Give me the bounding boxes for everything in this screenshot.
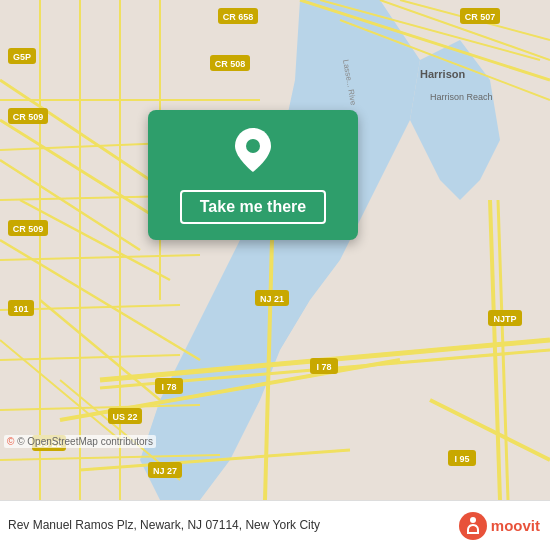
map-container: CR 658 CR 507 CR 509 CR 509 CR 508 CR 6 … [0, 0, 550, 500]
svg-text:I 78: I 78 [161, 382, 176, 392]
osm-attribution: © © OpenStreetMap contributors [4, 435, 156, 448]
moovit-brand-icon [459, 512, 487, 540]
svg-point-71 [246, 139, 260, 153]
osm-attribution-text: © OpenStreetMap contributors [17, 436, 153, 447]
svg-text:US 22: US 22 [112, 412, 137, 422]
svg-text:NJ 21: NJ 21 [260, 294, 284, 304]
svg-text:CR 508: CR 508 [215, 59, 246, 69]
svg-text:CR 658: CR 658 [223, 12, 254, 22]
svg-text:NJTP: NJTP [493, 314, 516, 324]
svg-text:I 95: I 95 [454, 454, 469, 464]
location-card: Take me there [148, 110, 358, 240]
svg-text:CR 507: CR 507 [465, 12, 496, 22]
svg-text:Harrison Reach: Harrison Reach [430, 92, 493, 102]
location-pin-icon [235, 128, 271, 172]
svg-text:I 78: I 78 [316, 362, 331, 372]
moovit-logo: moovit [459, 512, 540, 540]
svg-text:G5P: G5P [13, 52, 31, 62]
address-text: Rev Manuel Ramos Plz, Newark, NJ 07114, … [8, 517, 451, 534]
take-me-there-button[interactable]: Take me there [180, 190, 326, 224]
map-svg: CR 658 CR 507 CR 509 CR 509 CR 508 CR 6 … [0, 0, 550, 500]
osm-copyright-icon: © [7, 436, 14, 447]
svg-text:NJ 27: NJ 27 [153, 466, 177, 476]
svg-text:101: 101 [13, 304, 28, 314]
pin-icon-container [235, 128, 271, 176]
svg-text:CR 509: CR 509 [13, 224, 44, 234]
svg-text:CR 509: CR 509 [13, 112, 44, 122]
svg-text:Harrison: Harrison [420, 68, 466, 80]
moovit-wordmark: moovit [491, 517, 540, 534]
bottom-bar: Rev Manuel Ramos Plz, Newark, NJ 07114, … [0, 500, 550, 550]
svg-point-73 [470, 517, 476, 523]
